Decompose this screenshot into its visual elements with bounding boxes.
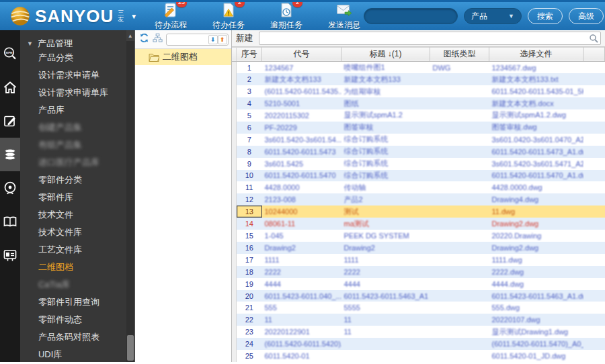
cell-title[interactable]: Drawing2 bbox=[341, 242, 430, 254]
cell-code[interactable]: 4444 bbox=[262, 278, 341, 290]
cell-code[interactable]: 3s601.5425 bbox=[262, 158, 341, 170]
table-row[interactable]: 7 3s601.5420-3s601.54... 综合订购系统 3s601.04… bbox=[232, 134, 605, 146]
table-row[interactable]: 13 10244000 测试 11.dwg bbox=[232, 206, 605, 218]
cell-title[interactable] bbox=[341, 338, 430, 350]
cell-code[interactable]: 11 bbox=[262, 314, 341, 326]
cell-title[interactable]: 4444 bbox=[341, 278, 430, 290]
cell-title[interactable]: 综合订购系统 bbox=[341, 134, 430, 146]
home-icon[interactable] bbox=[0, 71, 20, 104]
cell-file-link[interactable]: 6011.5420-6011.5473_A1.dwg bbox=[489, 146, 583, 158]
cell-code[interactable]: 6011.5420-6011.5470 bbox=[262, 170, 341, 182]
table-row[interactable]: 21 555 5555 555.dwg bbox=[232, 302, 605, 314]
sidebar-section-product-management[interactable]: ▼ 产品管理 bbox=[20, 30, 134, 49]
sidebar-item[interactable]: 技术文件库 bbox=[20, 224, 134, 241]
sidebar-item[interactable]: 零部件分类 bbox=[20, 171, 134, 189]
cell-code[interactable]: 3s601.5420-3s601.54... bbox=[262, 134, 341, 146]
cell-file-link[interactable]: 11.dwg bbox=[489, 206, 583, 218]
cell-title[interactable]: 11 bbox=[341, 314, 430, 326]
cell-title[interactable]: 综合订购系统 bbox=[341, 146, 430, 158]
cell-code[interactable]: 新建文本文档133 bbox=[262, 73, 341, 85]
col-header-title-sorted[interactable]: 标题 ↓(1) bbox=[341, 47, 430, 61]
global-search-input[interactable] bbox=[364, 8, 458, 24]
sidebar-item[interactable]: 产品条码对照表 bbox=[20, 328, 134, 346]
sidebar-item[interactable]: 工艺文件库 bbox=[20, 241, 134, 259]
cell-code[interactable]: 2123-008 bbox=[262, 193, 341, 206]
logo-dropdown-caret[interactable]: ▼ bbox=[130, 13, 137, 20]
sidebar-item[interactable]: CaTia库 bbox=[20, 276, 134, 293]
sidebar-item[interactable]: 零部件动态 bbox=[20, 311, 134, 328]
cell-title[interactable]: 测试 bbox=[341, 206, 430, 218]
sipm-search-icon[interactable]: SIPM bbox=[0, 37, 20, 71]
cell-file-link[interactable]: Drawing4.dwg bbox=[489, 193, 583, 206]
cell-code[interactable]: 555 bbox=[262, 302, 341, 314]
cell-file-link[interactable]: 3s601.5420-3s601.5471_A2-4 bbox=[489, 158, 583, 170]
table-row[interactable]: 11 4428.0000 传动轴 4428.0000.dwg bbox=[232, 181, 605, 193]
cell-title[interactable]: 产品2 bbox=[341, 193, 430, 206]
cell-title[interactable]: 传动轴 bbox=[341, 181, 430, 193]
table-row[interactable]: 15 1-045 PEEK DG SYSTEM 20220.Drawing bbox=[232, 230, 605, 242]
table-row[interactable]: 4 5210-5001 图纸 新建文本文档.docx bbox=[232, 97, 605, 109]
cell-file-link[interactable]: 1111.dwg bbox=[489, 254, 583, 266]
table-row[interactable]: 19 4444 4444 4444.dwg bbox=[232, 278, 605, 290]
cell-code[interactable]: PF-20229 bbox=[262, 122, 341, 134]
cell-file-link[interactable]: 4428.0000.dwg bbox=[489, 181, 583, 193]
edit-icon[interactable] bbox=[0, 104, 20, 138]
cell-file-link[interactable]: 2222.dwg bbox=[489, 266, 583, 278]
sidebar-item[interactable]: 创建产品集 bbox=[20, 119, 134, 136]
table-row[interactable]: 23 20220122901 11 显示测试Drawing1.dwg bbox=[232, 326, 605, 338]
cell-code[interactable]: (6011.5420-6011.5435... bbox=[262, 85, 341, 97]
send-message-button[interactable]: 发送消息 bbox=[325, 1, 364, 30]
broadcast-icon[interactable] bbox=[0, 171, 20, 205]
cell-title[interactable]: 5555 bbox=[341, 302, 430, 314]
cell-file-link[interactable]: 图签审核.dwg bbox=[489, 122, 583, 134]
table-row[interactable]: 8 6011.5420-6011.5473 综合订购系统 6011.5420-6… bbox=[232, 146, 605, 158]
scroll-up-arrow-icon[interactable]: ▲ bbox=[126, 30, 134, 41]
cell-file-link[interactable]: 6011.5423-6011.5463_A1.dwg bbox=[489, 290, 583, 302]
cell-title[interactable]: 图签审核 bbox=[341, 122, 430, 134]
table-row[interactable]: 2 新建文本文档133 新建文本文档133 新建文本文档133.txt bbox=[232, 73, 605, 85]
scrollbar-thumb[interactable] bbox=[127, 335, 134, 361]
cell-file-link[interactable]: (6011.5420-6011.5470)_A0_5K... bbox=[489, 338, 583, 350]
table-row[interactable]: 5 20220115302 显示测试spmA1.2 显示测试spmA1.2.dw… bbox=[232, 109, 605, 122]
cell-title[interactable]: ma测试 bbox=[341, 218, 430, 230]
table-row[interactable]: 9 3s601.5425 综合订购系统 3s601.5420-3s601.547… bbox=[232, 158, 605, 170]
cell-title[interactable]: 1111 bbox=[341, 254, 430, 266]
cell-file-link[interactable]: 3s601.0420-3s601.0470_A2-4... bbox=[489, 134, 583, 146]
cell-code[interactable]: 10244000 bbox=[262, 206, 341, 218]
table-row[interactable]: 12 2123-008 产品2 Drawing4.dwg bbox=[232, 193, 605, 206]
cell-code[interactable]: 2222 bbox=[262, 266, 341, 278]
app-logo[interactable]: SANYOU 三友 ▼ bbox=[0, 5, 143, 27]
cell-file-link[interactable]: 4444.dwg bbox=[489, 278, 583, 290]
table-row[interactable]: 17 1111 1111 1111.dwg bbox=[232, 254, 605, 266]
cell-file-link[interactable]: 显示测试Drawing1.dwg bbox=[489, 326, 583, 338]
col-header-drawing-type[interactable]: 图纸类型 bbox=[430, 47, 489, 61]
collapse-all-button[interactable]: ⬆ bbox=[218, 35, 227, 44]
new-button[interactable]: 新建 bbox=[236, 32, 253, 44]
cell-title[interactable]: PEEK DG SYSTEM bbox=[341, 230, 430, 242]
database-icon[interactable] bbox=[0, 138, 20, 171]
cell-file-link[interactable]: 6011.5420-6011.5470_A1.dwg bbox=[489, 170, 583, 182]
cell-code[interactable]: 5210-5001 bbox=[262, 97, 341, 109]
cell-title[interactable]: 新建文本文档133 bbox=[341, 73, 430, 85]
cell-file-link[interactable]: 20220.Drawing bbox=[489, 230, 583, 242]
overdue-tasks-button[interactable]: 2 逾期任务 bbox=[267, 1, 306, 30]
table-row[interactable]: 24 (6011.5420-6011.5420)... (6011.5420-6… bbox=[232, 338, 605, 350]
search-icon[interactable] bbox=[589, 34, 598, 43]
cell-code[interactable]: 08061-11 bbox=[262, 218, 341, 230]
tree-hierarchy-icon[interactable] bbox=[153, 33, 163, 46]
advanced-search-button[interactable]: 高级 bbox=[569, 8, 604, 24]
cell-code[interactable]: 6011.5420-6011.5473 bbox=[262, 146, 341, 158]
cell-file-link[interactable]: 1234567.dwg bbox=[489, 61, 583, 73]
table-row[interactable]: 3 (6011.5420-6011.5435... 为组期审核 6011.542… bbox=[232, 85, 605, 97]
pending-flows-button[interactable]: 23 待办流程 bbox=[151, 1, 190, 30]
cell-title[interactable]: 6011.5423-6011.5463_A1 bbox=[341, 290, 430, 302]
cell-code[interactable]: 20220122901 bbox=[262, 326, 341, 338]
cell-title[interactable]: 综合订购系统 bbox=[341, 158, 430, 170]
table-row[interactable]: 20 6011.5423-6011.040_... 6011.5423-6011… bbox=[232, 290, 605, 302]
table-filter-input[interactable] bbox=[259, 33, 590, 44]
cell-title[interactable]: 为组期审核 bbox=[341, 85, 430, 97]
search-button[interactable]: 搜索 bbox=[528, 8, 563, 24]
tree-node-2d-drawings[interactable]: 二维图档 bbox=[135, 49, 231, 65]
sidebar-item[interactable]: 设计需求申请单 bbox=[20, 66, 134, 84]
cell-file-link[interactable]: 新建文本文档.docx bbox=[489, 97, 583, 109]
